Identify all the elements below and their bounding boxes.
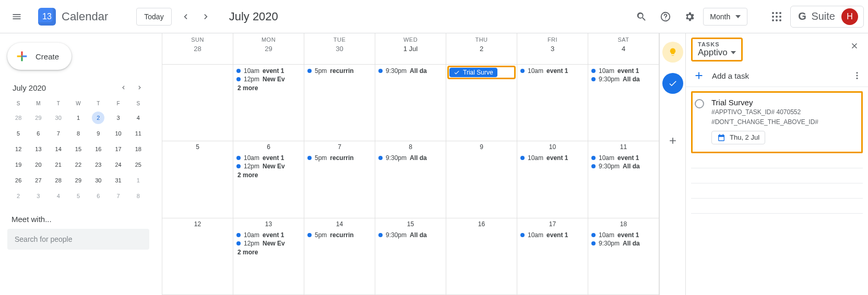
event-item[interactable]: 9:30pm All da (590, 239, 657, 248)
mini-day[interactable]: 5 (8, 126, 28, 141)
task-date-chip[interactable]: Thu, 2 Jul (711, 131, 765, 144)
close-tasks-button[interactable] (846, 38, 863, 54)
tasks-icon[interactable] (662, 73, 683, 94)
mini-day[interactable]: 27 (28, 173, 48, 188)
grid-cell[interactable]: 12 (162, 218, 233, 295)
create-button[interactable]: Create (7, 43, 72, 70)
event-item[interactable]: 9:30pm All da (377, 231, 444, 239)
grid-cell[interactable]: 5pm recurrin (304, 65, 375, 141)
mini-day[interactable]: 7 (49, 126, 68, 141)
mini-day[interactable]: 7 (108, 189, 128, 203)
mini-day[interactable]: 25 (128, 157, 148, 172)
gsuite-account[interactable]: G Suite H (790, 6, 864, 28)
event-item[interactable]: 10am event 1 (519, 231, 586, 239)
mini-day[interactable]: 31 (108, 173, 128, 188)
google-apps-icon[interactable] (766, 6, 787, 27)
more-events-link[interactable]: 2 more (235, 248, 302, 257)
grid-cell[interactable]: 75pm recurrin (304, 141, 375, 218)
event-item[interactable]: 9:30pm All da (377, 67, 444, 75)
add-task-button[interactable]: Add a task (693, 70, 749, 81)
grid-cell[interactable]: 5 (162, 141, 233, 218)
mini-day[interactable]: 14 (49, 142, 68, 156)
today-button[interactable]: Today (136, 8, 171, 26)
more-events-link[interactable]: 2 more (235, 83, 302, 93)
mini-day[interactable]: 8 (68, 126, 88, 141)
grid-cell[interactable]: 9 (446, 141, 517, 218)
view-select[interactable]: Month (703, 8, 747, 26)
grid-cell[interactable]: 16 (446, 218, 517, 295)
mini-day[interactable]: 8 (128, 189, 148, 203)
grid-cell[interactable]: 1310am event 112pm New Ev2 more (233, 218, 304, 295)
event-item[interactable]: 10am event 1 (590, 231, 657, 239)
mini-day[interactable]: 10 (108, 126, 128, 141)
avatar[interactable]: H (841, 8, 858, 25)
grid-cell[interactable]: 9:30pm All da (375, 65, 446, 141)
tasks-list-selector[interactable]: TASKS Apptivo (691, 38, 743, 62)
mini-next-button[interactable] (133, 80, 147, 95)
mini-day[interactable]: 9 (88, 126, 108, 141)
grid-cell[interactable]: 10am event 112pm New Ev2 more (233, 65, 304, 141)
event-item[interactable]: 10am event 1 (590, 67, 657, 75)
mini-day[interactable]: 2 (92, 112, 104, 124)
mini-day[interactable]: 1 (128, 173, 148, 188)
task-item-empty[interactable] (691, 153, 863, 168)
event-item[interactable]: 10am event 1 (519, 154, 586, 162)
grid-cell[interactable] (162, 65, 233, 141)
grid-cell[interactable]: 610am event 112pm New Ev2 more (233, 141, 304, 218)
menu-icon[interactable] (4, 4, 29, 29)
logo[interactable]: 13 Calendar (32, 6, 112, 27)
mini-day[interactable]: 20 (28, 157, 48, 172)
mini-day[interactable]: 1 (68, 110, 88, 125)
mini-day[interactable]: 22 (68, 157, 88, 172)
search-icon[interactable] (631, 6, 652, 27)
mini-day[interactable]: 19 (8, 157, 28, 172)
event-item[interactable]: 10am event 1 (235, 154, 302, 162)
mini-day[interactable]: 30 (88, 173, 108, 188)
keep-icon[interactable] (662, 42, 683, 63)
mini-day[interactable]: 17 (108, 142, 128, 156)
grid-cell[interactable]: 10am event 19:30pm All da (588, 65, 659, 141)
event-item[interactable]: 9:30pm All da (590, 162, 657, 170)
add-addon-button[interactable] (662, 130, 683, 151)
event-item[interactable]: 10am event 1 (590, 154, 657, 162)
mini-day[interactable]: 29 (68, 173, 88, 188)
search-people-input[interactable]: Search for people (7, 229, 149, 250)
event-item[interactable]: 5pm recurrin (306, 154, 373, 162)
event-item[interactable]: 5pm recurrin (306, 231, 373, 239)
prev-month-button[interactable] (175, 6, 196, 27)
help-icon[interactable] (655, 6, 676, 27)
grid-cell[interactable]: Trial Surve (446, 65, 517, 141)
grid-cell[interactable]: 1710am event 1 (517, 218, 588, 295)
mini-day[interactable]: 28 (49, 173, 68, 188)
mini-day[interactable]: 16 (88, 142, 108, 156)
mini-day[interactable]: 26 (8, 173, 28, 188)
next-month-button[interactable] (196, 6, 217, 27)
mini-day[interactable]: 6 (28, 126, 48, 141)
mini-day[interactable]: 15 (68, 142, 88, 156)
mini-day[interactable]: 12 (8, 142, 28, 156)
settings-icon[interactable] (679, 6, 700, 27)
grid-cell[interactable]: 145pm recurrin (304, 218, 375, 295)
mini-day[interactable]: 13 (28, 142, 48, 156)
mini-day[interactable]: 3 (108, 110, 128, 125)
event-item[interactable]: 12pm New Ev (235, 162, 302, 170)
mini-day[interactable]: 18 (128, 142, 148, 156)
event-item[interactable]: 9:30pm All da (590, 75, 657, 83)
mini-day[interactable]: 2 (8, 189, 28, 203)
mini-day[interactable]: 4 (128, 110, 148, 125)
grid-cell[interactable]: 159:30pm All da (375, 218, 446, 295)
mini-day[interactable]: 6 (88, 189, 108, 203)
mini-day[interactable]: 29 (28, 110, 48, 125)
grid-cell[interactable]: 10am event 1 (517, 65, 588, 141)
grid-cell[interactable]: 1010am event 1 (517, 141, 588, 218)
grid-cell[interactable]: 89:30pm All da (375, 141, 446, 218)
event-item[interactable]: 5pm recurrin (306, 67, 373, 75)
mini-day[interactable]: 21 (49, 157, 68, 172)
task-complete-toggle[interactable] (695, 99, 704, 108)
grid-cell[interactable]: 1110am event 19:30pm All da (588, 141, 659, 218)
mini-day[interactable]: 3 (28, 189, 48, 203)
mini-day[interactable]: 23 (88, 157, 108, 172)
event-item[interactable]: 12pm New Ev (235, 75, 302, 83)
mini-day[interactable]: 4 (49, 189, 68, 203)
task-item-empty[interactable] (691, 214, 863, 228)
